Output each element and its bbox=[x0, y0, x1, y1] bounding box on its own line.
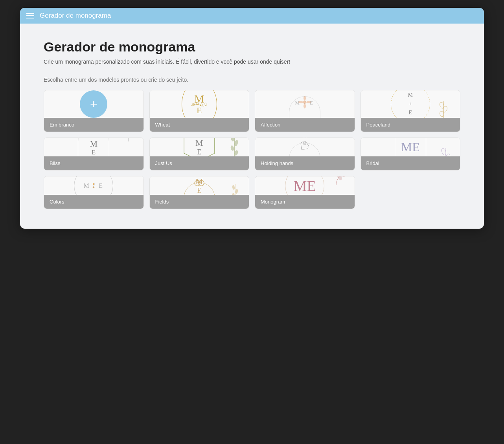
card-preview-monogram: ME bbox=[255, 176, 355, 195]
bliss-sprig-icon bbox=[125, 138, 132, 143]
justus-sprig-icon bbox=[230, 138, 239, 156]
card-preview-em-branco: + bbox=[44, 90, 143, 118]
affection-preview: M / E bbox=[255, 90, 355, 118]
card-fields[interactable]: M E bbox=[149, 176, 250, 209]
card-holding-hands[interactable]: ME Holding hands bbox=[255, 138, 355, 171]
monogram-letters: ME bbox=[294, 177, 316, 194]
card-bliss[interactable]: M E Bliss bbox=[44, 138, 144, 171]
card-colors[interactable]: ✦ M / E ✦ Colors bbox=[44, 176, 144, 209]
peaceland-letters: M+E bbox=[408, 91, 413, 117]
card-preview-just-us: M E bbox=[150, 138, 249, 156]
card-preview-bliss: M E bbox=[44, 138, 143, 156]
bridal-sprig-icon bbox=[441, 148, 451, 156]
card-label-holding-hands: Holding hands bbox=[255, 156, 355, 170]
add-icon: + bbox=[80, 90, 107, 118]
monogram-preview: ME bbox=[255, 176, 355, 195]
card-bridal[interactable]: ME Bridal bbox=[361, 138, 461, 171]
svg-point-19 bbox=[234, 139, 239, 147]
page-subtitle: Crie um monograma personalizado com suas… bbox=[44, 59, 460, 65]
svg-point-29 bbox=[232, 193, 235, 195]
card-em-branco[interactable]: + Em branco bbox=[44, 90, 144, 132]
fields-letters: M E bbox=[195, 176, 203, 195]
justus-letters: M E bbox=[195, 138, 203, 156]
card-wheat[interactable]: M E bbox=[149, 90, 250, 132]
svg-point-23 bbox=[441, 148, 447, 156]
choose-label: Escolha entre um dos modelos prontos ou … bbox=[44, 77, 460, 83]
svg-point-8 bbox=[306, 101, 311, 103]
card-preview-bridal: ME bbox=[361, 138, 460, 156]
svg-point-5 bbox=[304, 96, 306, 101]
template-grid: + Em branco M E bbox=[44, 90, 460, 209]
svg-point-12 bbox=[439, 111, 445, 117]
card-preview-wheat: M E bbox=[150, 90, 249, 118]
svg-point-11 bbox=[442, 106, 448, 113]
card-label-bliss: Bliss bbox=[44, 156, 143, 170]
card-label-bridal: Bridal bbox=[361, 156, 460, 170]
card-label-fields: Fields bbox=[150, 195, 249, 209]
card-preview-fields: M E bbox=[150, 176, 249, 195]
svg-point-34 bbox=[336, 176, 343, 181]
card-preview-affection: M / E bbox=[255, 90, 355, 118]
affection-flower-icon bbox=[297, 94, 313, 112]
browser-window: Gerador de monograma Gerador de monogram… bbox=[20, 8, 484, 229]
wheat-preview: M E bbox=[150, 90, 249, 118]
peaceland-sprig-icon bbox=[438, 101, 449, 118]
holding-hands-icon bbox=[298, 138, 312, 155]
card-label-wheat: Wheat bbox=[150, 118, 249, 132]
content-area: Gerador de monograma Crie um monograma p… bbox=[20, 24, 484, 229]
holding-preview: ME bbox=[255, 138, 355, 156]
bridal-letters: ME bbox=[401, 140, 420, 154]
justus-preview: M E bbox=[150, 138, 249, 156]
menu-button[interactable] bbox=[26, 13, 34, 18]
svg-point-27 bbox=[232, 185, 235, 190]
card-label-just-us: Just Us bbox=[150, 156, 249, 170]
card-monogram[interactable]: ME Monogram bbox=[255, 176, 355, 209]
svg-point-20 bbox=[230, 145, 234, 151]
bliss-letters: M E bbox=[90, 139, 97, 156]
card-preview-holding-hands: ME bbox=[255, 138, 355, 156]
card-preview-colors: ✦ M / E ✦ bbox=[44, 176, 143, 195]
colors-preview: ✦ M / E ✦ bbox=[44, 176, 143, 195]
top-bar: Gerador de monograma bbox=[20, 8, 484, 24]
wheat-letters: M E bbox=[194, 93, 204, 116]
card-label-em-branco: Em branco bbox=[44, 118, 143, 132]
svg-point-4 bbox=[303, 101, 306, 104]
svg-point-3 bbox=[204, 103, 206, 105]
card-preview-peaceland: M+E bbox=[361, 90, 460, 118]
card-label-affection: Affection bbox=[255, 118, 355, 132]
peaceland-preview: M+E bbox=[361, 90, 460, 118]
fields-wheat-icon bbox=[232, 184, 239, 195]
card-label-peaceland: Peaceland bbox=[361, 118, 460, 132]
card-peaceland[interactable]: M+E Peaceland bbox=[361, 90, 461, 132]
card-label-monogram: Monogram bbox=[255, 195, 355, 209]
svg-point-28 bbox=[235, 189, 238, 194]
card-label-colors: Colors bbox=[44, 195, 143, 209]
svg-point-21 bbox=[234, 150, 238, 156]
card-just-us[interactable]: M E bbox=[149, 138, 250, 171]
page-title: Gerador de monograma bbox=[44, 39, 460, 55]
bliss-preview: M E bbox=[44, 138, 143, 156]
svg-point-6 bbox=[304, 104, 306, 108]
svg-point-10 bbox=[439, 102, 445, 109]
app-title: Gerador de monograma bbox=[40, 12, 111, 20]
fields-preview: M E bbox=[150, 176, 249, 195]
svg-point-7 bbox=[298, 101, 303, 103]
bridal-preview: ME bbox=[361, 138, 460, 156]
monogram-sprig-icon bbox=[334, 176, 346, 187]
card-affection[interactable]: M / E Affection bbox=[255, 90, 355, 132]
svg-point-18 bbox=[230, 138, 235, 142]
colors-letters: M / E bbox=[84, 182, 104, 189]
